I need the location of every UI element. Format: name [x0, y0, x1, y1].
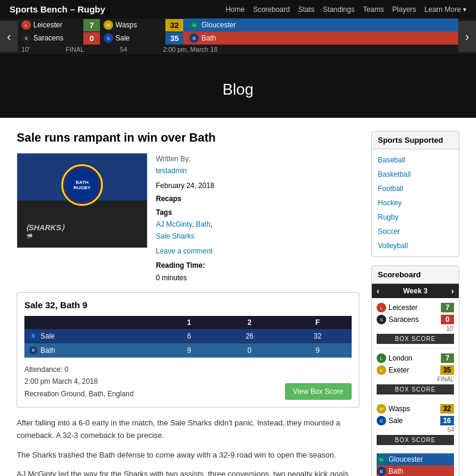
sport-basketball[interactable]: Basketball: [378, 167, 453, 181]
col-team: [24, 316, 163, 329]
sale-final: 32: [284, 329, 352, 343]
sports-supported-header: Sports Supported: [372, 131, 459, 149]
sb-leicester-icon: L: [377, 303, 386, 312]
nav-teams[interactable]: Teams: [363, 5, 384, 14]
reading-time-label: Reading Time:: [156, 259, 214, 271]
score-bar-content: L Leicester 7 W Wasps 32 G Gloucester S …: [18, 18, 458, 54]
nav-stats[interactable]: Stats: [298, 5, 314, 14]
leicester-icon: L: [21, 20, 31, 30]
sale-name: Sale: [115, 34, 130, 42]
sport-rugby[interactable]: Rugby: [378, 210, 453, 224]
reading-time-value: 0 minutes: [156, 272, 214, 284]
sb-team-exeter: E Exeter 35: [377, 364, 454, 376]
nav-home[interactable]: Home: [226, 5, 245, 14]
tag-bath[interactable]: Bath: [196, 220, 211, 228]
article-column: Sale runs rampant in win over Bath BATHR…: [17, 131, 359, 476]
bath-final: 9: [284, 343, 352, 358]
nav-standings[interactable]: Standings: [323, 5, 355, 14]
bath-icon-table: B: [29, 346, 37, 355]
sport-baseball[interactable]: Baseball: [378, 153, 453, 167]
sb-sale-icon: S: [377, 416, 386, 425]
box-score-table: 1 2 F S Sale 6 26 32: [24, 316, 352, 358]
tags-label: Tags: [156, 208, 172, 217]
sb-wasps-name: Wasps: [389, 405, 438, 413]
body-p2: The Sharks trashed the Bath defense to c…: [17, 449, 359, 462]
sb-match1-box-btn[interactable]: BOX SCORE: [377, 334, 454, 344]
body-p3: AJ McGinty led the way for the Sharks wi…: [17, 468, 359, 476]
sb-match-4: G Gloucester B Bath 2:00 pm, March 18: [372, 450, 459, 476]
view-box-score-button[interactable]: View Box Score: [285, 383, 352, 400]
sb-team-gloucester: G Gloucester: [377, 453, 454, 465]
score-meta-time: 2:00 pm, March 18: [163, 46, 218, 53]
sport-hockey[interactable]: Hockey: [378, 196, 453, 210]
sb-saracens-icon: S: [377, 315, 386, 324]
hero: Blog: [0, 54, 476, 118]
article-category: Recaps: [156, 193, 214, 205]
leave-comment-link[interactable]: Leave a comment: [156, 245, 214, 257]
nav-scoreboard[interactable]: Scoreboard: [253, 5, 290, 14]
bath-q2: 0: [215, 343, 283, 358]
sb-london-name: London: [389, 354, 439, 362]
gloucester-icon: G: [189, 20, 199, 30]
saracens-name: Saracens: [33, 34, 64, 42]
sb-match1-time: 10': [377, 325, 454, 332]
sb-london-score: 7: [441, 353, 454, 363]
team-leicester: L Leicester: [18, 18, 83, 32]
sb-sale-name: Sale: [389, 416, 438, 425]
col-f: F: [284, 316, 352, 329]
team-sale: S Sale: [100, 32, 165, 45]
bath-q1: 9: [163, 343, 215, 358]
week-next-arrow[interactable]: ›: [451, 286, 454, 296]
leicester-score: 7: [83, 19, 100, 32]
col-2: 2: [215, 316, 283, 329]
wasps-score: 32: [165, 19, 183, 32]
sb-wasps-score: 32: [440, 404, 454, 414]
team-gloucester: G Gloucester: [183, 18, 458, 32]
wasps-name: Wasps: [115, 21, 137, 29]
bath-rugby-logo: BATHRUGBY: [61, 164, 103, 206]
tag-sale[interactable]: Sale Sharks: [156, 232, 195, 240]
wasps-icon: W: [104, 20, 113, 30]
nav-learnmore[interactable]: Learn More ▾: [424, 5, 466, 14]
tag-aj[interactable]: AJ McGinty: [156, 220, 192, 228]
sport-volleyball[interactable]: Volleyball: [378, 239, 453, 253]
sale-icon: S: [104, 33, 113, 43]
author-link[interactable]: testadmin: [156, 165, 214, 177]
sidebar-column: Sports Supported Baseball Basketball Foo…: [371, 131, 459, 476]
top-nav: Sports Bench – Rugby Home Scoreboard Sta…: [0, 0, 476, 18]
sport-football[interactable]: Football: [378, 181, 453, 196]
sb-match2-box-btn[interactable]: BOX SCORE: [377, 384, 454, 394]
score-meta-3: 54: [120, 46, 127, 53]
article-date: February 24, 2018: [156, 180, 214, 192]
score-meta-final: FINAL: [65, 46, 84, 53]
article-title: Sale runs rampant in win over Bath: [17, 131, 359, 145]
article-body: After falling into a 6-0 early in the ma…: [17, 417, 359, 476]
sb-bath-name: Bath: [389, 467, 454, 475]
sale-icon-table: S: [29, 332, 37, 340]
sb-gloucester-name: Gloucester: [389, 455, 454, 464]
article-meta: Written By: testadmin February 24, 2018 …: [156, 153, 214, 284]
box-footer: Attendance: 0 2:00 pm March 4, 2018 Recr…: [24, 364, 352, 400]
saracens-icon: S: [21, 33, 31, 43]
sb-sale-score: 16: [440, 416, 454, 425]
week-nav: ‹ Week 3 ›: [372, 284, 459, 298]
scoreboard-widget: Scoreboard ‹ Week 3 › L Leicester 7 S Sa…: [371, 265, 459, 476]
sale-q1: 6: [163, 329, 215, 343]
body-p1: After falling into a 6-0 early in the ma…: [17, 417, 359, 442]
article-img-meta: BATHRUGBY ⟨SHARKS⟩ 🦈 Written By: testadm…: [17, 153, 359, 284]
score-bar-row2: S Saracens 0 S Sale 35 B Bath: [18, 32, 458, 45]
sb-match3-time: 54: [377, 427, 454, 433]
week-prev-arrow[interactable]: ‹: [377, 286, 380, 296]
score-bar-left-arrow[interactable]: ‹: [0, 21, 18, 52]
team-bath-bar: B Bath: [183, 32, 458, 45]
sports-list-body: Baseball Basketball Football Hockey Rugb…: [372, 149, 459, 256]
sport-soccer[interactable]: Soccer: [378, 224, 453, 239]
sports-list: Baseball Basketball Football Hockey Rugb…: [378, 153, 453, 253]
site-title: Sports Bench – Rugby: [10, 4, 105, 14]
sb-match3-box-btn[interactable]: BOX SCORE: [377, 435, 454, 445]
score-bar-right-arrow[interactable]: ›: [458, 21, 476, 52]
nav-players[interactable]: Players: [392, 5, 416, 14]
sb-leicester-name: Leicester: [389, 303, 439, 312]
main-layout: Sale runs rampant in win over Bath BATHR…: [0, 118, 476, 476]
saracens-score: 0: [83, 32, 100, 45]
